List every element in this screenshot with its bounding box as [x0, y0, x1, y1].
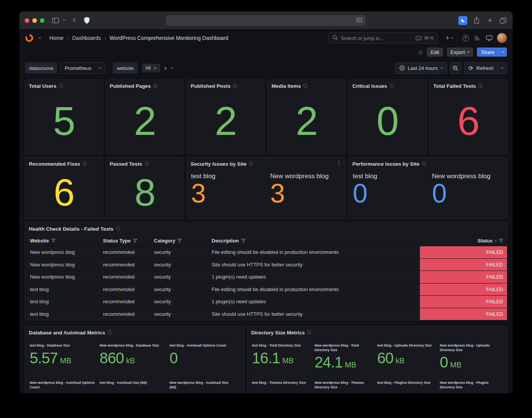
datasource-value: Prometheus [65, 65, 91, 71]
news-icon[interactable] [473, 33, 481, 43]
cell-status: FAILED [420, 296, 507, 308]
back-icon[interactable]: ‹ [73, 14, 76, 24]
panel-title[interactable]: Performance Issues by Site [352, 161, 419, 167]
cell-category: security [149, 283, 207, 296]
share-split-button: Share [477, 48, 507, 57]
breadcrumb-home[interactable]: Home [49, 35, 63, 41]
share-menu-button[interactable] [499, 48, 507, 57]
share-icon[interactable] [472, 16, 481, 25]
cell-status-type: recommended [98, 283, 149, 296]
breadcrumb: Home › Dashboards › WordPress Comprehens… [49, 35, 228, 41]
org-switcher-chevron-icon[interactable] [36, 33, 43, 43]
cell-description: Site should use HTTPS for better securit… [207, 259, 420, 271]
minimize-window-button[interactable] [32, 18, 37, 23]
website-value-pill[interactable]: All × [142, 64, 160, 72]
cell-website: New wordpress blog [25, 271, 98, 283]
stat-value: 0 [440, 354, 448, 371]
cell-description: 1 plugin(s) need updates [207, 296, 420, 308]
stat-value: 5.57 [30, 350, 58, 367]
address-bar[interactable] [166, 15, 366, 26]
dark-mode-extension-button[interactable] [458, 16, 467, 25]
stat-cell: test blog - Themes Directory Size [252, 381, 315, 393]
zoom-out-button[interactable] [450, 62, 461, 74]
stat-unit: MB [450, 361, 462, 369]
stat-cell: New wordpress blog - Themes Directory Si… [315, 381, 377, 393]
stat-value: 6 [429, 88, 507, 154]
sort-asc-icon: ↑ [495, 238, 497, 244]
stat-label: test blog - Themes Directory Size [252, 381, 310, 385]
stat-value: 24.1 [315, 354, 343, 371]
col-header-status[interactable]: Status↑ [420, 235, 507, 246]
panel-title[interactable]: Directory Size Metrics [251, 330, 305, 336]
breadcrumb-dashboards[interactable]: Dashboards [72, 35, 101, 41]
dashboard-controls: datasource Prometheus website All × × La… [19, 62, 513, 74]
datasource-picker[interactable]: Prometheus [60, 62, 105, 74]
stat-unit: MB [282, 356, 294, 365]
stat-value: 60 [377, 350, 394, 367]
divider [457, 35, 458, 41]
info-icon[interactable]: ⓘ [108, 329, 112, 336]
breadcrumb-separator-icon: › [67, 35, 69, 41]
refresh-button[interactable]: ⟳ Refresh [464, 62, 498, 74]
info-icon[interactable]: ⓘ [249, 161, 253, 167]
sidebar-chevron-icon[interactable] [60, 16, 68, 25]
star-icon[interactable]: ☆ [418, 49, 423, 56]
stat-row-1: Total Usersⓘ 5 Published Pagesⓘ 2 Publis… [25, 79, 507, 154]
panel-title[interactable]: Health Check Details - Failed Tests [29, 226, 114, 232]
open-filter-chevron-icon[interactable] [171, 64, 173, 72]
grafana-app: Home › Dashboards › WordPress Comprehens… [19, 30, 513, 393]
stat-unit: kB [396, 356, 404, 365]
cell-description: File editing should be disabled in produ… [207, 246, 420, 258]
user-avatar[interactable] [497, 33, 507, 43]
sidebar-toggle-icon[interactable] [51, 16, 60, 25]
close-window-button[interactable] [25, 18, 29, 23]
stat-panel-recommended-fixes: Recommended Fixesⓘ 6 [25, 157, 103, 219]
refresh-interval-button[interactable] [498, 62, 507, 74]
browser-toolbar: ‹ + [19, 11, 513, 30]
remove-value-icon[interactable]: × [154, 65, 157, 71]
col-header-category[interactable]: Category [149, 235, 207, 246]
extension-shield-icon[interactable] [83, 16, 91, 25]
cell-status: FAILED [420, 308, 507, 320]
stat-value: 2 [187, 88, 264, 154]
stat-value: 0 [348, 88, 426, 154]
col-header-website[interactable]: Website [25, 235, 98, 246]
col-header-status-type[interactable]: Status Type [98, 235, 149, 246]
info-icon[interactable]: ⓘ [307, 329, 312, 336]
dashboard-canvas: Total Usersⓘ 5 Published Pagesⓘ 2 Publis… [19, 74, 513, 393]
monitor-icon[interactable] [485, 33, 493, 43]
stat-value: 3 [191, 180, 266, 207]
page-settings-icon[interactable] [356, 17, 362, 24]
stat-cell: New wordpress blog - Uploads Directory S… [440, 344, 502, 381]
time-range-picker[interactable]: Last 24 hours [395, 62, 447, 74]
edit-button[interactable]: Edit [427, 48, 443, 57]
export-button[interactable]: Export [447, 48, 473, 57]
panel-title[interactable]: Database and Autoload Metrics [29, 330, 105, 336]
help-icon[interactable]: ? [462, 33, 469, 43]
stat-cell: test blog - Autoload Options Count 0 [169, 344, 239, 381]
cell-website: New wordpress blog [25, 259, 98, 271]
panel-title[interactable]: Security Issues by Site [191, 161, 247, 167]
cell-category: security [149, 259, 207, 271]
tab-overview-icon[interactable] [499, 16, 507, 25]
stat-label: test blog - Database Size [30, 344, 95, 348]
new-menu-button[interactable]: + [445, 33, 453, 43]
panel-menu-icon[interactable]: ⋮ [336, 160, 342, 166]
col-header-description[interactable]: Description [207, 235, 420, 246]
new-tab-icon[interactable]: + [486, 16, 494, 25]
filter-icon [241, 239, 245, 243]
filter-icon [133, 239, 137, 243]
grafana-logo[interactable] [25, 34, 33, 42]
grafana-top-nav: Home › Dashboards › WordPress Comprehens… [19, 30, 513, 46]
info-icon[interactable]: ⓘ [422, 161, 426, 167]
stat-value: 860 [100, 350, 124, 367]
panel-directory-size-metrics: Directory Size Metricsⓘ test blog - Tota… [247, 326, 507, 393]
cell-description: Site should use HTTPS for better securit… [207, 308, 420, 320]
clear-filter-icon[interactable]: × [164, 65, 167, 71]
share-button[interactable]: Share [477, 48, 499, 57]
info-icon[interactable]: ⓘ [116, 226, 120, 232]
cell-status: FAILED [420, 283, 507, 296]
search-input[interactable]: Search or jump to... ⌘+k [328, 32, 438, 44]
table-row: New wordpress blog recommended security … [25, 246, 507, 258]
zoom-window-button[interactable] [40, 18, 44, 23]
